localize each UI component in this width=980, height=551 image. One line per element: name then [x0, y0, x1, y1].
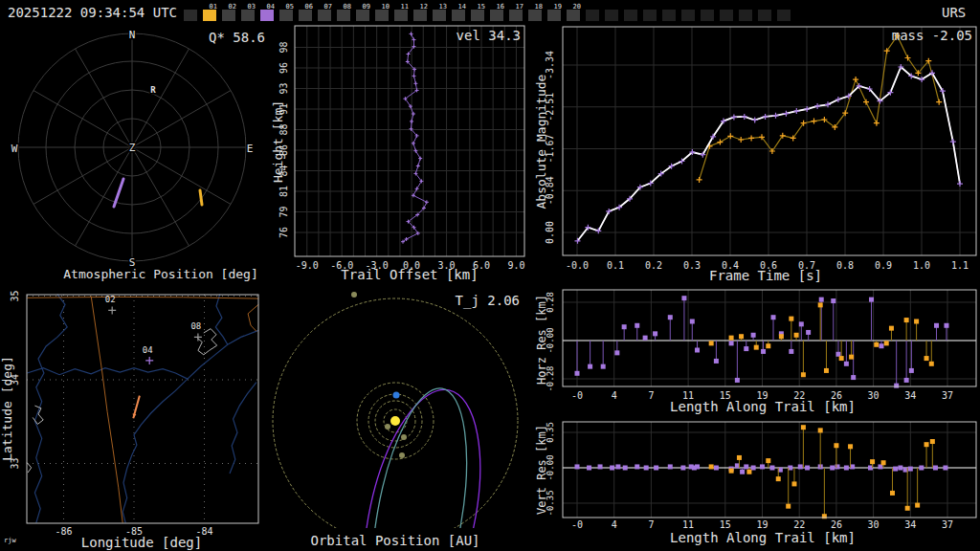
planet-dot-mars [399, 452, 405, 458]
tick-label: 4 [612, 519, 617, 530]
map-plot-area: -86-85-84333435020408 [10, 290, 258, 537]
station-box-18[interactable] [528, 10, 542, 21]
map-station-label-02: 02 [105, 295, 116, 304]
station-box-label-17: 17 [516, 3, 523, 11]
vert-res-xlabel: Length Along Trail [km] [670, 530, 856, 545]
top-status-bar: 20251222 09:34:54 UTC 010203040506070809… [8, 3, 966, 21]
residual-point [644, 466, 649, 471]
tick-label: -86 [55, 526, 72, 537]
river [230, 383, 256, 474]
vert-res-ylabel: Vert Res [km] [535, 425, 548, 515]
station-box-blank[interactable] [758, 10, 771, 21]
orbit-plot-area [273, 292, 518, 551]
residual-point [635, 323, 639, 328]
trail-ylabel: Height [km] [271, 100, 285, 183]
residual-point [819, 298, 824, 302]
residual-point [824, 368, 829, 373]
station-box-blank[interactable] [643, 10, 657, 21]
horz-res-xlabel: Length Along Trail [km] [670, 399, 856, 414]
station-box-blank[interactable] [720, 10, 733, 21]
residual-point [898, 466, 902, 471]
station-box-blank[interactable] [739, 10, 752, 21]
lightcurve-markers [697, 33, 943, 183]
station-box-11[interactable] [394, 10, 408, 21]
river [122, 330, 258, 522]
station-box-blank[interactable] [624, 10, 637, 21]
tick-label: -9.0 [296, 260, 319, 271]
river [27, 368, 188, 379]
residual-point [839, 356, 844, 361]
residual-point [766, 343, 770, 348]
station-box-label-02: 02 [229, 3, 236, 11]
residual-point [933, 466, 938, 471]
station-box-07[interactable] [318, 10, 331, 21]
station-box-17[interactable] [509, 10, 523, 21]
tick-label: 81 [278, 186, 289, 197]
ground-map-panel: -86-85-84333435020408 Longitude [deg] La… [0, 290, 258, 550]
station-box-16[interactable] [490, 10, 503, 21]
earth-dot [393, 392, 400, 399]
station-box-19[interactable] [547, 10, 561, 21]
residual-point [914, 319, 919, 323]
residual-point [575, 464, 580, 469]
cardinal-east: E [247, 143, 254, 155]
station-box-02[interactable] [222, 10, 235, 21]
station-box-14[interactable] [452, 10, 465, 21]
map-ylabel: Latitude [deg] [0, 356, 14, 461]
station-box-06[interactable] [299, 10, 312, 21]
station-box-label-14: 14 [458, 3, 466, 11]
radiant-label: R [150, 85, 156, 95]
station-box-05[interactable] [279, 10, 293, 21]
station-box-20[interactable] [567, 10, 580, 21]
station-box-blank[interactable] [605, 10, 618, 21]
residual-point [709, 341, 714, 345]
horz-res-plot-area: -04711151922263034370.28-0.00-0.28 [546, 290, 976, 401]
station-box-blank[interactable] [681, 10, 695, 21]
residual-point [801, 372, 806, 377]
zenith-label: Z [129, 142, 136, 154]
station-box-13[interactable] [433, 10, 446, 21]
station-box-blank[interactable] [777, 10, 791, 21]
tick-label: 7 [648, 519, 654, 530]
horz-residuals-panel: -04711151922263034370.28-0.00-0.28 Horz … [535, 290, 976, 414]
horz-res-ylabel: Horz Res [km] [535, 295, 548, 385]
map-station-label-04: 04 [143, 345, 153, 355]
residual-point [643, 336, 648, 341]
state-border [91, 297, 122, 523]
station-box-blank[interactable] [586, 10, 599, 21]
station-box-15[interactable] [471, 10, 484, 21]
tick-label: -0 [571, 519, 583, 530]
tick-label: 34 [904, 519, 916, 530]
state-border [27, 297, 258, 298]
station-box-04[interactable] [260, 10, 274, 21]
residual-point [904, 318, 909, 322]
orbit-xlabel: Orbital Position [AU] [310, 533, 479, 548]
tick-label: 35 [10, 290, 20, 301]
residual-point [834, 443, 838, 448]
tick-label: 15 [720, 519, 731, 530]
residual-point [635, 464, 639, 469]
station-box-blank[interactable] [184, 10, 197, 21]
station-box-blank[interactable] [701, 10, 714, 21]
station-box-03[interactable] [241, 10, 255, 21]
residual-point [801, 425, 806, 430]
station-box-01[interactable] [203, 10, 216, 21]
residual-point [909, 368, 914, 373]
residual-point [737, 455, 742, 460]
velocity-label: vel 34.3 [457, 28, 521, 43]
station-box-12[interactable] [413, 10, 427, 21]
station-box-08[interactable] [337, 10, 350, 21]
magnitude-plot-area: -0.00.10.20.30.40.60.70.80.91.01.10.00-0… [545, 27, 976, 271]
residual-point [789, 349, 793, 354]
sun-dot [390, 416, 400, 426]
residual-point [893, 467, 898, 472]
residual-point [681, 296, 686, 300]
station-box-10[interactable] [375, 10, 389, 21]
station-box-blank[interactable] [662, 10, 676, 21]
urban-area [197, 329, 217, 355]
meteor-streak-01 [200, 190, 202, 205]
trail-xlabel: Trail Offset [km] [341, 267, 478, 282]
station-box-label-18: 18 [535, 3, 543, 11]
tick-label: 9.0 [507, 260, 524, 271]
station-box-09[interactable] [356, 10, 369, 21]
